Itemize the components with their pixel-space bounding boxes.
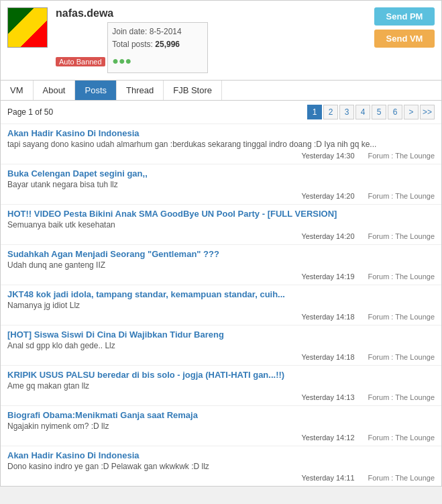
post-title[interactable]: KRIPIK USUS PALSU beredar di bis solo - … [7, 370, 435, 380]
post-forum: Forum : The Lounge [368, 152, 435, 160]
post-forum: Forum : The Lounge [368, 313, 435, 321]
post-title[interactable]: HOT!! VIDEO Pesta Bikini Anak SMA GoodBy… [7, 209, 435, 219]
tab-vm[interactable]: VM [1, 81, 34, 100]
post-meta-row: Yesterday 14:19Forum : The Lounge [7, 272, 435, 281]
page-btn-5[interactable]: 5 [372, 105, 386, 119]
post-excerpt: Bayar utank negara bisa tuh llz [7, 180, 435, 189]
avatar [7, 7, 48, 48]
tab-about[interactable]: About [34, 81, 76, 100]
post-excerpt: tapi sayang dono kasino udah almarhum ga… [7, 140, 435, 149]
post-timestamp: Yesterday 14:18 [301, 353, 354, 361]
total-posts-line: Total posts: 25,996 [112, 38, 203, 51]
post-meta-row: Yesterday 14:11Forum : The Lounge [7, 474, 435, 482]
page-btn-next[interactable]: > [404, 105, 419, 119]
post-forum: Forum : The Lounge [368, 232, 435, 240]
post-timestamp: Yesterday 14:20 [301, 232, 354, 240]
banned-badge: Auto Banned [56, 57, 105, 66]
post-excerpt: Udah dunq ane ganteng IIZ [7, 260, 435, 270]
tabs-bar: VM About Posts Thread FJB Store [0, 81, 442, 101]
post-title[interactable]: Biografi Obama:Menikmati Ganja saat Rema… [7, 410, 435, 420]
post-timestamp: Yesterday 14:18 [301, 313, 354, 321]
page-btn-2[interactable]: 2 [323, 105, 338, 119]
page-btn-3[interactable]: 3 [339, 105, 354, 119]
post-title[interactable]: Sudahkah Agan Menjadi Seorang "Gentleman… [7, 249, 435, 259]
post-timestamp: Yesterday 14:12 [301, 434, 354, 442]
post-timestamp: Yesterday 14:19 [301, 272, 354, 281]
page-btn-last[interactable]: >> [420, 105, 435, 119]
post-row: Biografi Obama:Menikmati Ganja saat Rema… [1, 406, 441, 446]
post-row: Sudahkah Agan Menjadi Seorang "Gentleman… [1, 245, 441, 285]
post-meta-row: Yesterday 14:18Forum : The Lounge [7, 353, 435, 361]
post-forum: Forum : The Lounge [368, 474, 435, 482]
post-title[interactable]: Buka Celengan Dapet segini gan,, [7, 168, 435, 179]
post-row: JKT48 kok jadi idola, tampang standar, k… [1, 285, 441, 325]
post-title[interactable]: Akan Hadir Kasino Di Indonesia [7, 128, 435, 138]
post-meta-row: Yesterday 14:13Forum : The Lounge [7, 393, 435, 401]
post-meta-row: Yesterday 14:20Forum : The Lounge [7, 232, 435, 240]
post-excerpt: Namanya jg idiot Llz [7, 301, 435, 310]
profile-meta: Join date: 8-5-2014 Total posts: 25,996 … [107, 22, 208, 73]
post-forum: Forum : The Lounge [368, 353, 435, 361]
post-meta-row: Yesterday 14:30Forum : The Lounge [7, 152, 435, 160]
post-timestamp: Yesterday 14:20 [301, 192, 354, 200]
post-timestamp: Yesterday 14:11 [301, 474, 354, 482]
pagination: 1 2 3 4 5 6 > >> [307, 105, 435, 119]
tab-thread[interactable]: Thread [117, 81, 164, 100]
post-forum: Forum : The Lounge [368, 434, 435, 442]
post-row: HOT!! VIDEO Pesta Bikini Anak SMA GoodBy… [1, 205, 441, 245]
tab-fjb-store[interactable]: FJB Store [164, 81, 222, 100]
post-timestamp: Yesterday 14:30 [301, 152, 354, 160]
post-excerpt: Ngajakin nyimenk om? :D llz [7, 421, 435, 431]
send-pm-button[interactable]: Send PM [374, 7, 435, 26]
page-btn-6[interactable]: 6 [388, 105, 402, 119]
post-meta-row: Yesterday 14:12Forum : The Lounge [7, 434, 435, 442]
post-row: Akan Hadir Kasino Di IndonesiaDono kasin… [1, 446, 441, 486]
post-title[interactable]: [HOT] Siswa Siswi Di Cina Di Wajibkan Ti… [7, 330, 435, 340]
total-posts-value: 25,996 [155, 40, 180, 49]
post-row: Akan Hadir Kasino Di Indonesiatapi sayan… [1, 124, 441, 164]
posts-list: Akan Hadir Kasino Di Indonesiatapi sayan… [1, 124, 441, 486]
post-forum: Forum : The Lounge [368, 393, 435, 401]
post-row: Buka Celengan Dapet segini gan,,Bayar ut… [1, 164, 441, 205]
post-forum: Forum : The Lounge [368, 192, 435, 200]
page-btn-1[interactable]: 1 [307, 105, 322, 119]
posts-container: Page 1 of 50 1 2 3 4 5 6 > >> Akan Hadir… [0, 101, 442, 487]
post-excerpt: Anal sd gpp klo dah gede.. Llz [7, 341, 435, 350]
post-excerpt: Dono kasino indro ye gan :D Pelawak gan … [7, 462, 435, 471]
post-excerpt: Ame gq makan gtan llz [7, 381, 435, 391]
tab-posts[interactable]: Posts [75, 81, 117, 100]
reputation-dots: ●●● [112, 52, 203, 70]
profile-card: nafas.dewa Auto Banned Join date: 8-5-20… [0, 0, 442, 81]
pagination-bar: Page 1 of 50 1 2 3 4 5 6 > >> [1, 101, 441, 124]
page-info: Page 1 of 50 [7, 107, 53, 117]
action-buttons: Send PM Send VM [374, 7, 435, 48]
join-date-label: Join date: [112, 27, 147, 36]
post-meta-row: Yesterday 14:18Forum : The Lounge [7, 313, 435, 321]
post-title[interactable]: JKT48 kok jadi idola, tampang standar, k… [7, 289, 435, 299]
post-timestamp: Yesterday 14:13 [301, 393, 354, 401]
total-posts-label: Total posts: [112, 40, 153, 49]
post-forum: Forum : The Lounge [368, 272, 435, 281]
post-row: KRIPIK USUS PALSU beredar di bis solo - … [1, 366, 441, 406]
post-row: [HOT] Siswa Siswi Di Cina Di Wajibkan Ti… [1, 325, 441, 366]
join-date-line: Join date: 8-5-2014 [112, 26, 203, 38]
send-vm-button[interactable]: Send VM [374, 30, 435, 48]
join-date-value: 8-5-2014 [150, 27, 182, 36]
post-meta-row: Yesterday 14:20Forum : The Lounge [7, 192, 435, 200]
page-btn-4[interactable]: 4 [355, 105, 370, 119]
post-title[interactable]: Akan Hadir Kasino Di Indonesia [7, 450, 435, 460]
post-excerpt: Semuanya baik utk kesehatan [7, 220, 435, 230]
